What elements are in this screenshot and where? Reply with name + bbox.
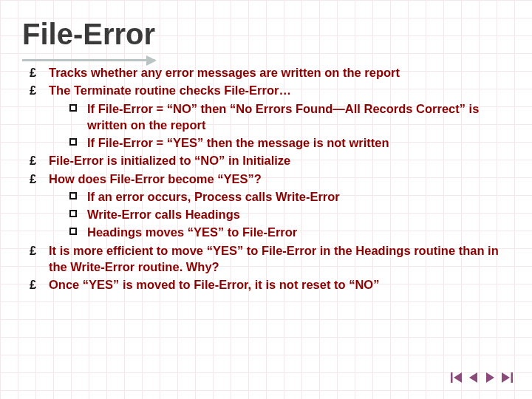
list-item: How does File-Error become “YES”? If an … [30, 171, 510, 241]
list-item-text: Headings moves “YES” to File-Error [87, 225, 297, 239]
skip-back-icon [450, 370, 465, 385]
list-item: Headings moves “YES” to File-Error [68, 224, 510, 240]
list-item-text: Tracks whether any error messages are wr… [49, 66, 400, 79]
list-item: File-Error is initialized to “NO” in Ini… [30, 152, 510, 168]
svg-rect-0 [451, 372, 453, 383]
list-item: If File-Error = “YES” then the message i… [68, 134, 510, 151]
slide: File-Error Tracks whether any error mess… [0, 0, 532, 399]
list-item: Tracks whether any error messages are wr… [30, 64, 510, 81]
svg-marker-2 [469, 372, 477, 383]
svg-marker-1 [454, 372, 462, 383]
svg-marker-3 [486, 372, 494, 383]
list-item: Write-Error calls Headings [68, 206, 510, 222]
triangle-right-icon [482, 370, 497, 385]
sub-bullet-list: If an error occurs, Process calls Write-… [49, 188, 510, 241]
title-underline-arrow [22, 59, 155, 61]
list-item: The Terminate routine checks File-Error…… [30, 82, 510, 151]
next-slide-button[interactable] [482, 369, 498, 386]
list-item-text: It is more efficient to move “YES” to Fi… [49, 244, 499, 273]
first-slide-button[interactable] [449, 369, 466, 386]
svg-marker-4 [502, 372, 510, 383]
list-item-text: If an error occurs, Process calls Write-… [87, 190, 340, 203]
slide-nav [449, 369, 514, 386]
list-item: It is more efficient to move “YES” to Fi… [30, 242, 510, 276]
list-item-text: Write-Error calls Headings [87, 208, 240, 221]
bullet-list: Tracks whether any error messages are wr… [22, 64, 510, 293]
page-title: File-Error [22, 18, 510, 51]
list-item-text: How does File-Error become “YES”? [49, 172, 262, 185]
content: Tracks whether any error messages are wr… [22, 64, 510, 293]
list-item-text: File-Error is initialized to “NO” in Ini… [49, 154, 290, 167]
sub-bullet-list: If File-Error = “NO” then “No Errors Fou… [49, 100, 510, 151]
prev-slide-button[interactable] [466, 369, 482, 386]
triangle-left-icon [466, 370, 481, 385]
list-item: Once “YES” is moved to File-Error, it is… [30, 276, 510, 293]
svg-rect-5 [511, 372, 514, 383]
last-slide-button[interactable] [498, 369, 514, 386]
list-item-text: The Terminate routine checks File-Error… [49, 83, 291, 97]
list-item: If an error occurs, Process calls Write-… [68, 188, 510, 205]
list-item: If File-Error = “NO” then “No Errors Fou… [68, 100, 510, 134]
list-item-text: Once “YES” is moved to File-Error, it is… [49, 278, 379, 291]
list-item-text: If File-Error = “NO” then “No Errors Fou… [87, 102, 479, 132]
skip-forward-icon [499, 370, 514, 385]
list-item-text: If File-Error = “YES” then the message i… [87, 136, 389, 149]
